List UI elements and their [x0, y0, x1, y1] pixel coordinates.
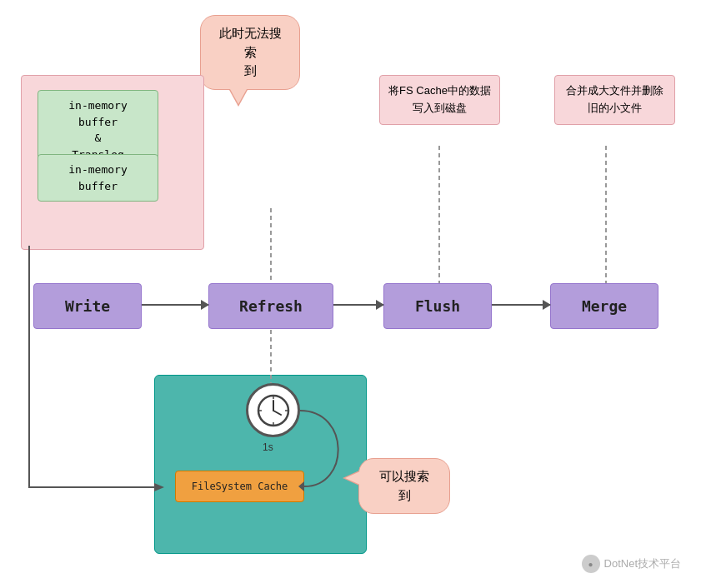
green-box-2-line1: in-memory buffer: [68, 163, 127, 192]
timer-circle: [246, 383, 300, 437]
watermark-text: DotNet技术平台: [604, 556, 681, 571]
write-process-box: Write: [33, 283, 142, 329]
flush-label: Flush: [415, 297, 460, 315]
speech-bubble-bottom: 可以搜索到: [358, 458, 450, 514]
merge-annotation: 合并成大文件并删除旧的小文件: [554, 75, 675, 125]
write-label: Write: [65, 297, 110, 315]
flush-annotation: 将FS Cache中的数据写入到磁盘: [379, 75, 500, 125]
green-box-buffer: in-memory buffer: [38, 154, 158, 202]
merge-label: Merge: [582, 297, 627, 315]
clock-icon: [257, 394, 290, 427]
timer-label-text: 1s: [263, 441, 273, 453]
green-box-1-line2: &: [95, 132, 102, 144]
diagram-container: 此时无法搜索 到 in-memory buffer & Translog in-…: [0, 0, 706, 588]
bubble-bottom-text: 可以搜索到: [379, 469, 429, 502]
merge-annotation-text: 合并成大文件并删除旧的小文件: [566, 84, 663, 114]
bubble-top-text1: 此时无法搜索: [219, 26, 282, 59]
watermark: ● DotNet技术平台: [582, 555, 681, 573]
fs-cache-label: FileSystem Cache: [192, 481, 288, 492]
flush-annotation-text: 将FS Cache中的数据写入到磁盘: [388, 84, 491, 114]
timer-label: 1s: [263, 441, 273, 453]
speech-bubble-top: 此时无法搜索 到: [200, 15, 300, 90]
bubble-top-text2: 到: [244, 63, 257, 77]
refresh-label: Refresh: [239, 297, 303, 315]
arrow-refresh-flush: [333, 304, 383, 306]
flush-process-box: Flush: [383, 283, 492, 329]
arrow-write-refresh: [142, 304, 208, 306]
arrow-flush-merge: [492, 304, 550, 306]
watermark-dot-icon: ●: [582, 555, 600, 573]
filesystem-cache-box: FileSystem Cache: [175, 471, 304, 502]
merge-process-box: Merge: [550, 283, 658, 329]
refresh-process-box: Refresh: [208, 283, 333, 329]
green-box-1-line1: in-memory buffer: [68, 99, 127, 128]
